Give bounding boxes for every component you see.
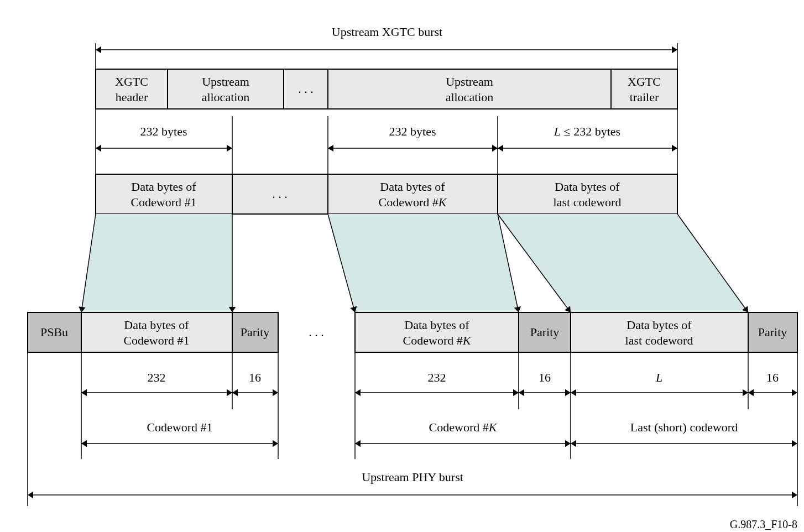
svg-text:Codeword #1: Codeword #1 bbox=[123, 333, 189, 347]
svg-text:L ≤ 232 bytes: L ≤ 232 bytes bbox=[554, 124, 620, 138]
svg-text:Upstream: Upstream bbox=[202, 75, 249, 88]
svg-text:16: 16 bbox=[539, 371, 551, 384]
svg-text:Last (short) codeword: Last (short) codeword bbox=[630, 420, 738, 434]
svg-text:last codeword: last codeword bbox=[554, 195, 622, 209]
title-top: Upstream XGTC burst bbox=[332, 25, 442, 39]
svg-text:Parity: Parity bbox=[241, 325, 270, 339]
svg-text:allocation: allocation bbox=[446, 90, 494, 104]
title-bottom: Upstream PHY burst bbox=[362, 470, 463, 484]
svg-text:XGTC: XGTC bbox=[115, 75, 148, 88]
svg-text:last codeword: last codeword bbox=[625, 333, 693, 347]
svg-text:Data bytes of: Data bytes of bbox=[627, 318, 692, 332]
svg-text:Upstream: Upstream bbox=[446, 75, 493, 88]
svg-text:16: 16 bbox=[766, 371, 779, 384]
svg-text:Data bytes of: Data bytes of bbox=[404, 318, 469, 332]
figure-ref: G.987.3_F10-8 bbox=[730, 518, 797, 530]
svg-text:header: header bbox=[116, 90, 148, 104]
svg-text:Parity: Parity bbox=[758, 325, 787, 339]
xgtc-row: XGTC header Upstream allocation . . . Up… bbox=[96, 69, 677, 109]
svg-text:232: 232 bbox=[428, 371, 446, 384]
svg-text:Data bytes of: Data bytes of bbox=[124, 318, 189, 332]
svg-text:Codeword #K: Codeword #K bbox=[403, 333, 472, 347]
data-bytes-row: Data bytes of Codeword #1 . . . Data byt… bbox=[96, 174, 677, 214]
svg-text:. . .: . . . bbox=[309, 325, 324, 339]
svg-text:Data bytes of: Data bytes of bbox=[555, 180, 620, 194]
connector-1 bbox=[81, 214, 232, 312]
svg-text:. . .: . . . bbox=[272, 187, 288, 201]
svg-text:Codeword #K: Codeword #K bbox=[379, 195, 447, 209]
svg-text:Codeword #K: Codeword #K bbox=[429, 420, 498, 434]
svg-text:XGTC: XGTC bbox=[628, 75, 661, 88]
svg-text:. . .: . . . bbox=[298, 82, 314, 96]
svg-text:Data bytes of: Data bytes of bbox=[380, 180, 445, 194]
connector-k bbox=[328, 214, 519, 312]
phy-row: PSBu Data bytes of Codeword #1 Parity . … bbox=[28, 312, 797, 352]
svg-text:Data bytes of: Data bytes of bbox=[131, 180, 196, 194]
diagram: Upstream XGTC burst XGTC header Upstream… bbox=[11, 11, 804, 532]
svg-text:Codeword #1: Codeword #1 bbox=[130, 195, 196, 209]
svg-text:allocation: allocation bbox=[202, 90, 250, 104]
svg-text:Codeword #1: Codeword #1 bbox=[147, 420, 212, 434]
svg-text:232: 232 bbox=[148, 371, 166, 384]
svg-text:232 bytes: 232 bytes bbox=[389, 124, 436, 138]
dim-codewords: Codeword #1 Codeword #K Last (short) cod… bbox=[81, 420, 797, 444]
svg-text:PSBu: PSBu bbox=[40, 325, 68, 339]
svg-text:trailer: trailer bbox=[630, 90, 659, 104]
svg-text:L: L bbox=[655, 371, 662, 384]
svg-text:16: 16 bbox=[249, 371, 261, 384]
svg-text:232 bytes: 232 bytes bbox=[140, 124, 187, 138]
connector-last bbox=[498, 214, 748, 312]
svg-text:Parity: Parity bbox=[530, 325, 560, 339]
